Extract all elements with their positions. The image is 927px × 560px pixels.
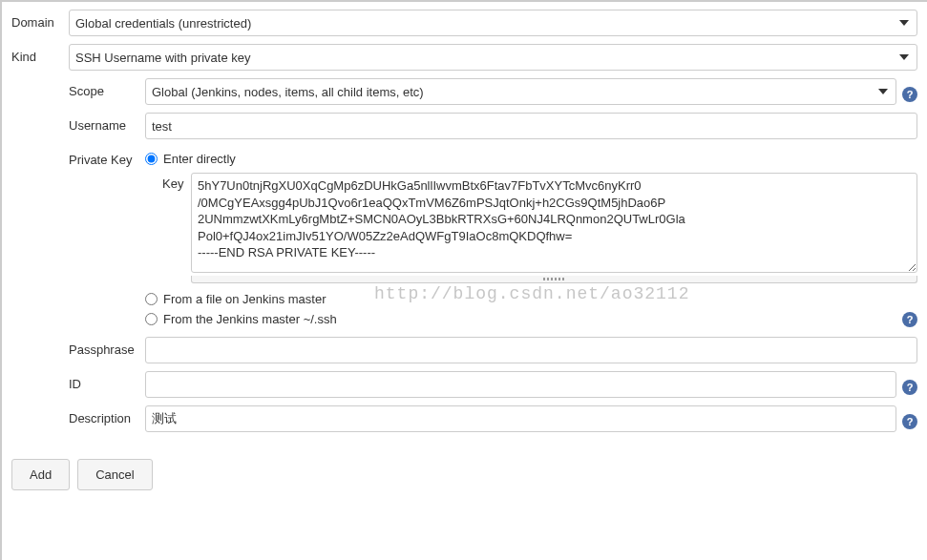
username-row: Username [69,113,917,139]
scope-select[interactable]: Global (Jenkins, nodes, items, all child… [145,78,896,105]
private-key-from-file-radio[interactable] [145,293,158,305]
username-input[interactable] [145,113,917,139]
description-row: Description ? [69,405,917,432]
cancel-button[interactable]: Cancel [77,459,152,490]
add-button[interactable]: Add [11,459,70,490]
private-key-help-icon[interactable]: ? [902,312,917,327]
kind-row: Kind SSH Username with private key [11,44,917,71]
credentials-form: Domain Global credentials (unrestricted)… [2,2,927,447]
description-input[interactable] [145,405,896,432]
domain-row: Domain Global credentials (unrestricted) [11,10,917,36]
kind-label: Kind [11,44,69,64]
private-key-from-file-label: From a file on Jenkins master [163,292,327,306]
key-block: Key 5hY7Un0tnjRgXU0XqCgMp6zDUHkGa5nllIwv… [162,173,917,283]
description-label: Description [69,405,145,425]
passphrase-label: Passphrase [69,337,145,357]
scope-row: Scope Global (Jenkins, nodes, items, all… [69,78,917,105]
button-bar: Add Cancel [2,447,927,502]
key-label: Key [162,173,191,283]
private-key-from-ssh-radio[interactable] [145,313,158,325]
private-key-from-file-option[interactable]: From a file on Jenkins master [145,289,896,309]
private-key-from-ssh-option[interactable]: From the Jenkins master ~/.ssh [145,309,896,329]
private-key-label: Private Key [69,147,145,167]
scope-label: Scope [69,78,145,98]
private-key-enter-directly-label: Enter directly [163,152,236,166]
private-key-row: Private Key Enter directly Key 5hY7Un0tn… [69,147,917,329]
private-key-from-ssh-label: From the Jenkins master ~/.ssh [163,312,337,326]
username-label: Username [69,113,145,133]
passphrase-row: Passphrase [69,337,917,363]
scope-help-icon[interactable]: ? [902,87,917,102]
id-help-icon[interactable]: ? [902,380,917,395]
description-help-icon[interactable]: ? [902,414,917,429]
private-key-enter-directly-radio[interactable] [145,153,158,165]
domain-select[interactable]: Global credentials (unrestricted) [69,10,917,36]
textarea-resize-handle[interactable] [191,276,917,283]
kind-select[interactable]: SSH Username with private key [69,44,917,71]
key-textarea[interactable]: 5hY7Un0tnjRgXU0XqCgMp6zDUHkGa5nllIwvmBtx… [191,173,917,273]
id-row: ID ? [69,371,917,398]
private-key-enter-directly-option[interactable]: Enter directly [145,149,917,169]
id-label: ID [69,371,145,391]
passphrase-input[interactable] [145,337,917,363]
domain-label: Domain [11,10,69,30]
kind-details: Scope Global (Jenkins, nodes, items, all… [69,78,917,432]
id-input[interactable] [145,371,896,398]
